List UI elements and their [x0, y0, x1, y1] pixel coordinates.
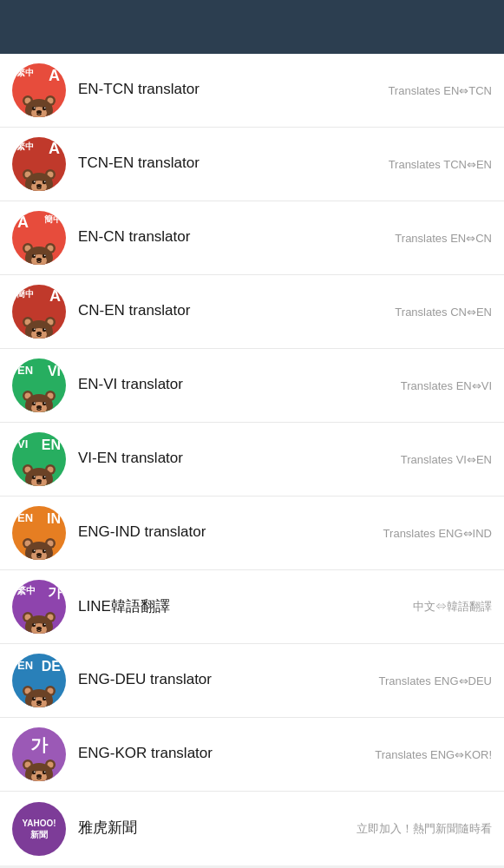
account-right-label-vi-en: Translates VI⇔EN: [401, 453, 492, 466]
svg-point-17: [32, 181, 36, 184]
svg-point-63: [34, 477, 36, 478]
account-name-en-vi: EN-VI translator: [78, 376, 394, 393]
account-name-en-cn: EN-CN translator: [78, 228, 388, 246]
svg-point-6: [32, 107, 36, 110]
account-info-line-korean: LINE韓語翻譯: [78, 596, 406, 618]
account-name-yahoo-news: 雅虎新聞: [78, 818, 350, 838]
svg-point-43: [36, 332, 42, 335]
account-info-vi-en: VI-EN translator: [78, 450, 394, 469]
svg-point-85: [34, 624, 36, 626]
svg-point-74: [34, 550, 36, 552]
svg-point-95: [43, 697, 46, 700]
account-right-label-en-tcn: Translates EN⇔TCN: [388, 84, 492, 97]
account-name-eng-deu: ENG-DEU translator: [78, 671, 372, 688]
account-right-label-eng-deu: Translates ENG⇔DEU: [379, 674, 492, 687]
svg-point-105: [32, 771, 36, 774]
svg-point-72: [32, 549, 36, 553]
svg-point-7: [43, 107, 46, 110]
svg-point-106: [43, 771, 46, 774]
account-list: 繁中 A EN-TCN translator Translates EN⇔TCN: [0, 54, 504, 865]
app-container: 繁中 A EN-TCN translator Translates EN⇔TCN: [0, 0, 504, 865]
svg-point-54: [36, 405, 42, 409]
svg-point-64: [44, 477, 46, 478]
account-item-tcn-en[interactable]: 繁中 A TCN-EN translator Translates TCN⇔EN: [0, 128, 504, 201]
svg-point-42: [44, 329, 46, 331]
account-info-en-tcn: EN-TCN translator: [78, 81, 381, 100]
account-item-yahoo-news[interactable]: YAHOO!新聞 雅虎新聞 立即加入！熱門新聞隨時看: [0, 792, 504, 865]
svg-point-98: [36, 700, 42, 704]
svg-point-94: [32, 697, 36, 700]
account-name-eng-kor: ENG-KOR translator: [78, 745, 368, 762]
account-item-eng-deu[interactable]: EN DE ENG-DEU translator Translates ENG⇔…: [0, 644, 504, 718]
account-info-tcn-en: TCN-EN translator: [78, 155, 382, 174]
svg-point-10: [36, 110, 42, 114]
account-name-cn-en: CN-EN translator: [78, 302, 388, 319]
svg-point-62: [43, 476, 46, 479]
account-right-label-tcn-en: Translates TCN⇔EN: [389, 158, 492, 171]
account-info-eng-ind: ENG-IND translator: [78, 523, 376, 542]
svg-point-32: [36, 258, 42, 261]
avatar-en-tcn: 繁中 A: [12, 63, 66, 117]
account-item-en-cn[interactable]: A 簡中 EN-CN translator Translates EN⇔CN: [0, 201, 504, 275]
account-name-eng-ind: ENG-IND translator: [78, 523, 376, 541]
svg-point-65: [36, 479, 42, 483]
svg-point-30: [34, 255, 36, 257]
svg-point-28: [32, 254, 36, 258]
account-item-en-tcn[interactable]: 繁中 A EN-TCN translator Translates EN⇔TCN: [0, 54, 504, 128]
account-name-line-korean: LINE韓語翻譯: [78, 596, 406, 616]
avatar-cn-en: 簡中 A: [12, 285, 66, 339]
account-right-label-eng-ind: Translates ENG⇔IND: [383, 527, 492, 540]
svg-point-20: [44, 181, 46, 183]
avatar-tcn-en: 繁中 A: [12, 137, 66, 191]
account-info-eng-kor: ENG-KOR translator: [78, 745, 368, 764]
avatar-eng-deu: EN DE: [12, 654, 66, 707]
svg-point-50: [32, 402, 36, 405]
avatar-en-vi: EN VI: [12, 358, 66, 412]
account-right-label-yahoo-news: 立即加入！熱門新聞隨時看: [357, 821, 492, 837]
account-item-eng-ind[interactable]: EN IN ENG-IND translator Translates ENG⇔…: [0, 496, 504, 570]
svg-point-86: [44, 624, 46, 626]
account-item-cn-en[interactable]: 簡中 A CN-EN translator Translates CN⇔EN: [0, 275, 504, 349]
account-info-en-cn: EN-CN translator: [78, 228, 388, 247]
account-right-label-en-vi: Translates EN⇔VI: [401, 379, 492, 392]
account-name-tcn-en: TCN-EN translator: [78, 155, 382, 172]
svg-point-87: [36, 627, 42, 630]
svg-point-109: [36, 774, 42, 778]
account-name-vi-en: VI-EN translator: [78, 450, 394, 467]
account-item-en-vi[interactable]: EN VI EN-VI translator Translates EN⇔VI: [0, 349, 504, 423]
svg-point-9: [44, 108, 46, 109]
svg-point-97: [44, 698, 46, 700]
svg-point-108: [44, 772, 46, 773]
account-item-line-korean[interactable]: 繁中 가 LINE韓語翻譯 中文⇔韓語翻譯: [0, 570, 504, 644]
svg-point-61: [32, 476, 36, 479]
account-right-label-line-korean: 中文⇔韓語翻譯: [413, 599, 492, 615]
account-item-eng-kor[interactable]: 가 ENG-KOR translator Translates ENG⇔KOR!: [0, 718, 504, 792]
svg-point-39: [32, 328, 36, 332]
avatar-line-korean: 繁中 가: [12, 580, 66, 634]
svg-point-8: [34, 108, 36, 109]
avatar-en-cn: A 簡中: [12, 211, 66, 265]
svg-point-76: [36, 553, 42, 556]
account-info-yahoo-news: 雅虎新聞: [78, 818, 350, 839]
account-item-vi-en[interactable]: VI EN VI-EN translator Translates VI⇔EN: [0, 423, 504, 496]
svg-point-41: [34, 329, 36, 331]
avatar-yahoo-news: YAHOO!新聞: [12, 802, 66, 856]
svg-point-96: [34, 698, 36, 700]
svg-point-53: [44, 403, 46, 404]
account-right-label-eng-kor: Translates ENG⇔KOR!: [375, 748, 492, 761]
account-name-en-tcn: EN-TCN translator: [78, 81, 381, 98]
svg-point-73: [43, 549, 46, 553]
svg-point-75: [44, 550, 46, 552]
svg-point-19: [34, 181, 36, 183]
account-right-label-cn-en: Translates CN⇔EN: [395, 306, 492, 319]
account-info-en-vi: EN-VI translator: [78, 376, 394, 395]
svg-point-40: [43, 328, 46, 332]
svg-point-84: [43, 623, 46, 627]
svg-point-18: [43, 181, 46, 184]
svg-point-51: [43, 402, 46, 405]
svg-point-107: [34, 772, 36, 773]
svg-point-83: [32, 623, 36, 627]
svg-point-52: [34, 403, 36, 404]
header: [0, 0, 504, 54]
avatar-eng-kor: 가: [12, 727, 66, 781]
